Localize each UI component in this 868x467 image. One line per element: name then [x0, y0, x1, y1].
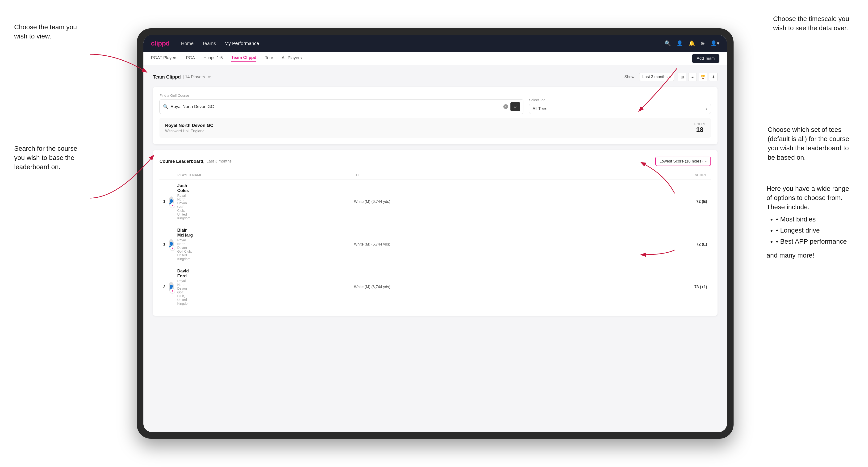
player-name-1: Josh Coles — [177, 183, 190, 193]
tee-col: Select Tee All Tees — [529, 98, 711, 114]
heart-icon-1: ♥ — [170, 203, 175, 208]
annotation-list-item: Longest drive — [776, 226, 849, 235]
search-icon[interactable]: 🔍 — [664, 40, 671, 46]
col-header-player: PLAYER NAME — [177, 173, 354, 177]
sec-nav-pgat[interactable]: PGAT Players — [151, 55, 177, 61]
search-icon: 🔍 — [163, 104, 168, 109]
holes-number: 18 — [694, 126, 705, 133]
favorite-button[interactable]: ☆ — [510, 102, 520, 111]
course-info: Royal North Devon GC Westward Hol, Engla… — [165, 123, 214, 133]
team-count: | 14 Players — [183, 74, 205, 80]
annotation-top-right: Choose the timescale you wish to see the… — [773, 14, 849, 33]
annotation-bottom-right-title: Here you have a wide range of options to… — [767, 184, 849, 212]
player-club-2: Royal North Devon Golf Club, United King… — [177, 238, 193, 261]
search-row: Find a Golf Course 🔍 ✕ ☆ Select Tee All … — [159, 93, 711, 114]
col-header-rank — [163, 173, 177, 177]
secondary-nav: PGAT Players PGA Hcaps 1-5 Team Clippd T… — [144, 52, 727, 65]
show-chevron-icon — [670, 74, 671, 79]
heart-icon-2: ♥ — [170, 246, 175, 250]
annotation-list-item: Most birdies — [776, 215, 849, 224]
nav-link-my-performance[interactable]: My Performance — [224, 41, 259, 46]
annotation-bottom-right-footer: and many more! — [767, 251, 849, 260]
tee-cell-1: White (M) (6,744 yds) — [354, 199, 531, 204]
holes-label: Holes — [694, 122, 705, 126]
col-header-tee: TEE — [354, 173, 531, 177]
course-result: Royal North Devon GC Westward Hol, Engla… — [159, 118, 711, 138]
nav-link-teams[interactable]: Teams — [202, 41, 216, 46]
sec-nav-tour[interactable]: Tour — [265, 55, 273, 61]
list-view-button[interactable]: ≡ — [688, 73, 697, 81]
tee-cell-3: White (M) (6,744 yds) — [354, 285, 531, 289]
annotation-list-item: Best APP performance — [776, 237, 849, 246]
grid-view-button[interactable]: ⊞ — [678, 73, 686, 81]
heart-icon-3: ♥ — [170, 288, 175, 293]
add-team-button[interactable]: Add Team — [692, 54, 719, 63]
score-cell-2: 72 (E) — [530, 242, 707, 247]
sec-nav-hcaps[interactable]: Hcaps 1-5 — [203, 55, 223, 61]
search-col: Find a Golf Course 🔍 ✕ ☆ — [159, 93, 523, 114]
leaderboard-card: Course Leaderboard, Last 3 months Lowest… — [153, 150, 717, 316]
search-input-wrap: 🔍 ✕ ☆ — [159, 99, 523, 114]
col-header-score: SCORE — [530, 173, 707, 177]
sec-nav-pga[interactable]: PGA — [186, 55, 195, 61]
player-club-3: Royal North Devon Golf Club, United King… — [177, 279, 190, 305]
tee-value: All Tees — [533, 106, 548, 111]
table-row: 3 👤 ♥ David Ford Royal North Devon Golf … — [159, 265, 711, 309]
player-rank-2: 1 — [163, 242, 165, 247]
view-icons: ⊞ ≡ 🏆 ⬇ — [678, 73, 717, 81]
show-label: Show: — [624, 74, 636, 79]
score-type-dropdown[interactable]: Lowest Score (18 holes) — [655, 157, 711, 166]
find-course-label: Find a Golf Course — [159, 93, 523, 97]
team-title: Team Clippd — [153, 74, 181, 80]
tablet-screen: clippd Home Teams My Performance 🔍 👤 🔔 ⊕… — [144, 35, 727, 432]
score-type-value: Lowest Score (18 holes) — [659, 159, 703, 164]
course-location: Westward Hol, England — [165, 129, 214, 133]
score-type-chevron-icon — [705, 159, 707, 164]
bell-icon[interactable]: 🔔 — [688, 40, 695, 46]
course-search-input[interactable] — [170, 104, 501, 109]
nav-link-home[interactable]: Home — [181, 41, 193, 46]
annotation-top-left: Choose the team you wish to view. — [14, 22, 77, 41]
top-nav: clippd Home Teams My Performance 🔍 👤 🔔 ⊕… — [144, 35, 727, 52]
annotation-mid-left: Search for the course you wish to base t… — [14, 144, 78, 172]
player-info-1: Josh Coles Royal North Devon Golf Club, … — [177, 183, 190, 220]
show-dropdown[interactable]: Last 3 months — [639, 73, 674, 81]
trophy-view-button[interactable]: 🏆 — [699, 73, 707, 81]
score-cell-3: 73 (+1) — [530, 285, 707, 289]
nav-logo: clippd — [151, 40, 169, 47]
sec-nav-all-players[interactable]: All Players — [282, 55, 302, 61]
annotation-bottom-right: Here you have a wide range of options to… — [767, 184, 849, 260]
player-rank-1: 1 — [163, 199, 165, 204]
lb-period: Last 3 months — [206, 159, 231, 164]
download-button[interactable]: ⬇ — [709, 73, 717, 81]
player-info-3: David Ford Royal North Devon Golf Club, … — [177, 269, 190, 305]
person-icon[interactable]: 👤 — [677, 40, 683, 46]
clear-icon[interactable]: ✕ — [503, 104, 508, 109]
player-cell-3: 3 👤 ♥ David Ford Royal North Devon Golf … — [163, 269, 177, 305]
leaderboard-header: Course Leaderboard, Last 3 months Lowest… — [159, 157, 711, 166]
show-controls: Show: Last 3 months ⊞ ≡ 🏆 ⬇ — [624, 73, 717, 81]
annotation-mid-right: Choose which set of tees (default is all… — [768, 125, 849, 162]
nav-icons: 🔍 👤 🔔 ⊕ 👤▾ — [664, 40, 719, 46]
search-card: Find a Golf Course 🔍 ✕ ☆ Select Tee All … — [153, 87, 717, 144]
course-name: Royal North Devon GC — [165, 123, 214, 128]
main-content: Team Clippd | 14 Players ✏ Show: Last 3 … — [144, 65, 727, 432]
player-club-1: Royal North Devon Golf Club, United King… — [177, 194, 190, 220]
holes-badge: Holes 18 — [694, 122, 705, 133]
account-icon[interactable]: 👤▾ — [710, 40, 719, 46]
player-avatar-1: 👤 ♥ — [168, 196, 174, 207]
player-name-3: David Ford — [177, 269, 190, 279]
tee-dropdown[interactable]: All Tees — [529, 104, 711, 114]
player-avatar-2: 👤 ♥ — [168, 239, 174, 250]
settings-icon[interactable]: ⊕ — [701, 40, 705, 46]
tee-label: Select Tee — [529, 98, 711, 102]
table-row: 1 👤 ♥ Blair McHarg Royal North Devon Gol… — [159, 224, 711, 265]
team-header: Team Clippd | 14 Players ✏ Show: Last 3 … — [153, 73, 717, 81]
tablet-device: clippd Home Teams My Performance 🔍 👤 🔔 ⊕… — [137, 28, 734, 439]
score-cell-1: 72 (E) — [530, 199, 707, 204]
player-cell-1: 1 👤 ♥ Josh Coles Royal North Devon Golf … — [163, 183, 177, 220]
lb-table-header: PLAYER NAME TEE SCORE — [159, 171, 711, 180]
edit-icon[interactable]: ✏ — [208, 74, 211, 80]
sec-nav-team-clippd[interactable]: Team Clippd — [231, 55, 256, 62]
player-cell-2: 1 👤 ♥ Blair McHarg Royal North Devon Gol… — [163, 228, 177, 261]
